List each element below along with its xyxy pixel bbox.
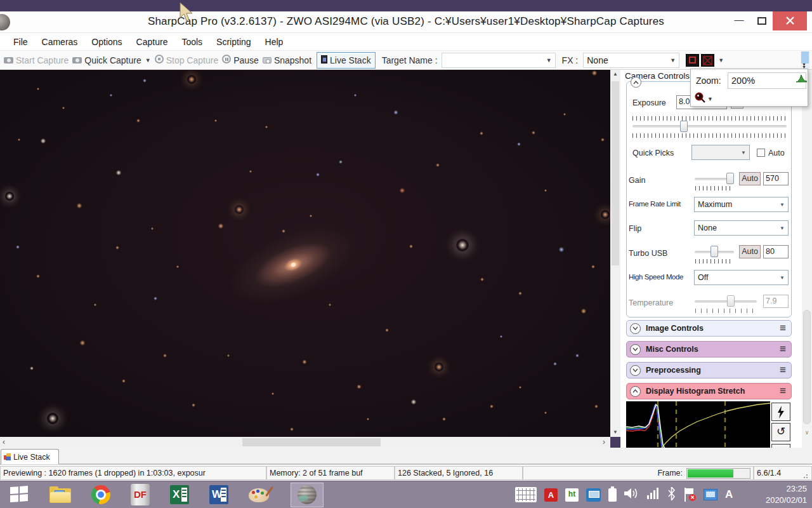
- fx-dropdown[interactable]: None▼: [583, 53, 679, 68]
- high-speed-mode-dropdown[interactable]: Off▼: [694, 270, 789, 285]
- taskbar-df-button[interactable]: DF: [131, 484, 150, 505]
- live-image-view[interactable]: [0, 70, 610, 437]
- section-image-controls[interactable]: Image Controls≡: [626, 320, 792, 337]
- flip-dropdown[interactable]: None▼: [694, 220, 789, 236]
- menu-help[interactable]: Help: [258, 34, 291, 50]
- exposure-slider-thumb[interactable]: [680, 121, 688, 132]
- toolbar-button-label: Start Capture: [16, 55, 69, 65]
- section-menu-icon[interactable]: ≡: [780, 343, 786, 356]
- resize-grip[interactable]: [803, 472, 809, 479]
- turbo-usb-value-field[interactable]: 80: [763, 245, 789, 258]
- panel-scroll-thumb[interactable]: [803, 310, 811, 424]
- taskbar-start-button[interactable]: [10, 486, 29, 503]
- maximize-button[interactable]: [752, 15, 771, 29]
- scroll-left-icon[interactable]: ‹: [3, 438, 5, 446]
- taskbar-excel-button[interactable]: X: [170, 485, 189, 504]
- image-horizontal-scrollbar[interactable]: ‹ ›: [0, 437, 610, 448]
- display-histogram[interactable]: [626, 401, 770, 450]
- vertical-scroll-thumb[interactable]: [612, 81, 619, 265]
- chevron-down-icon[interactable]: [630, 365, 641, 376]
- chevron-down-icon[interactable]: ▼: [707, 96, 713, 102]
- minimize-button[interactable]: —: [728, 15, 750, 29]
- frame-rate-limit-dropdown[interactable]: Maximum▼: [694, 197, 789, 212]
- section-menu-icon[interactable]: ≡: [780, 385, 786, 398]
- menu-capture[interactable]: Capture: [129, 34, 175, 50]
- stop-capture-button[interactable]: Stop Capture: [155, 55, 219, 65]
- chevron-down-icon[interactable]: [630, 344, 641, 355]
- live-stack-button[interactable]: Live Stack: [317, 52, 376, 69]
- exposure-auto-checkbox[interactable]: [757, 149, 765, 157]
- section-menu-icon[interactable]: ≡: [780, 364, 786, 377]
- star: [39, 137, 46, 144]
- tray-flag[interactable]: ✕: [683, 488, 696, 502]
- star: [109, 93, 113, 97]
- quick-picks-dropdown[interactable]: ▼: [691, 145, 750, 160]
- star: [150, 227, 154, 231]
- menu-options[interactable]: Options: [84, 34, 129, 50]
- chevron-down-icon[interactable]: [630, 323, 641, 334]
- taskbar-clock[interactable]: 23:25 2020/02/01: [766, 483, 807, 506]
- chevron-up-icon[interactable]: [630, 386, 641, 397]
- panel-scrollbar[interactable]: ∨: [802, 70, 812, 448]
- camera-controls-collapse-icon[interactable]: [631, 77, 641, 88]
- tray-ht[interactable]: ht: [565, 488, 579, 502]
- camera-icon: [4, 55, 13, 65]
- taskbar-sharpcap-button[interactable]: [291, 483, 324, 507]
- crosshair-overlay-button[interactable]: [701, 54, 714, 67]
- taskbar-word-button[interactable]: W: [209, 485, 228, 504]
- tray-monitor[interactable]: [704, 489, 717, 500]
- snapshot-button[interactable]: Snapshot: [263, 55, 311, 65]
- chevron-down-icon[interactable]: ▼: [718, 57, 724, 64]
- image-vertical-scrollbar[interactable]: ▲ ▼: [610, 70, 620, 437]
- menu-file[interactable]: File: [6, 34, 35, 50]
- turbo-usb-auto-button[interactable]: Auto: [739, 245, 761, 258]
- section-menu-icon[interactable]: ≡: [780, 322, 786, 335]
- histogram-auto-stretch-button[interactable]: [771, 403, 790, 421]
- start-capture-button[interactable]: Start Capture: [4, 55, 69, 65]
- target-name-dropdown[interactable]: ▼: [442, 53, 556, 68]
- tray-battery[interactable]: [608, 488, 617, 502]
- taskbar-chrome-button[interactable]: [91, 485, 110, 504]
- scroll-down-icon[interactable]: ▼: [610, 429, 620, 435]
- action-center-flag-icon: ✕: [683, 488, 696, 502]
- section-display-histogram-stretch[interactable]: Display Histogram Stretch≡: [626, 383, 792, 399]
- tray-network[interactable]: [586, 488, 601, 502]
- sharpcap-taskbar-button[interactable]: [291, 483, 324, 507]
- zoom-level-dropdown[interactable]: 200%▼: [728, 72, 806, 89]
- chevron-down-icon[interactable]: ▼: [145, 57, 151, 64]
- gain-value-field[interactable]: 570: [763, 172, 789, 185]
- toolbar-scrollbar[interactable]: ▼▼: [801, 51, 810, 69]
- tray-acrobat[interactable]: A: [544, 488, 558, 502]
- tray-keyboard[interactable]: [515, 487, 537, 502]
- tray-speaker[interactable]: [624, 487, 639, 502]
- section-misc-controls[interactable]: Misc Controls≡: [626, 341, 792, 358]
- scroll-right-icon[interactable]: ›: [603, 438, 605, 446]
- pause-button[interactable]: Pause: [222, 55, 259, 65]
- reticle-overlay-button[interactable]: [686, 54, 699, 67]
- magnifier-icon[interactable]: [695, 92, 705, 103]
- toolbar-button-label: Stop Capture: [166, 55, 219, 65]
- tray-bluetooth[interactable]: [667, 487, 676, 503]
- gain-auto-button[interactable]: Auto: [739, 172, 761, 185]
- taskbar-explorer-button[interactable]: [49, 486, 71, 503]
- quick-capture-button[interactable]: Quick Capture▼: [72, 55, 150, 65]
- menu-tools[interactable]: Tools: [174, 34, 209, 50]
- tray-ime[interactable]: A: [725, 488, 733, 501]
- menu-scripting[interactable]: Scripting: [209, 34, 258, 50]
- taskbar-paint-button[interactable]: [249, 486, 270, 504]
- star: [265, 125, 268, 129]
- scroll-up-icon[interactable]: ▲: [610, 71, 620, 77]
- panel-scroll-down-icon[interactable]: ∨: [802, 429, 812, 436]
- tray-signal[interactable]: [647, 488, 660, 502]
- gain-slider-thumb[interactable]: [726, 173, 734, 184]
- close-button[interactable]: [773, 11, 807, 30]
- menu-cameras[interactable]: Cameras: [35, 34, 85, 50]
- histogram-reset-button[interactable]: ↺: [771, 423, 790, 441]
- exposure-slider[interactable]: [632, 125, 787, 128]
- star: [281, 229, 286, 234]
- histogram-icon[interactable]: [796, 73, 807, 83]
- section-preprocessing[interactable]: Preprocessing≡: [626, 362, 792, 378]
- tab-live-stack[interactable]: Live Stack: [1, 449, 59, 464]
- horizontal-scroll-thumb[interactable]: [242, 438, 381, 446]
- turbo-usb-slider-thumb[interactable]: [710, 246, 718, 257]
